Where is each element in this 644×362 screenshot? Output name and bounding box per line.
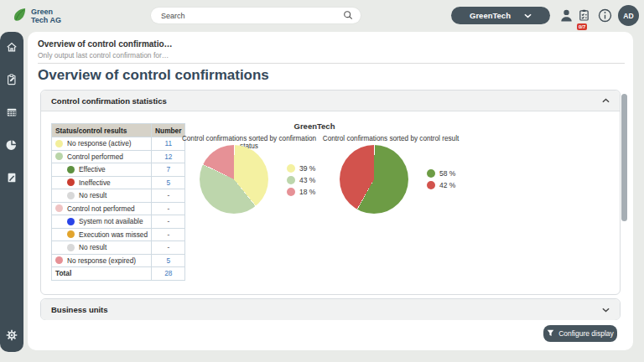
avatar[interactable]: AD [618, 5, 639, 26]
business-units-panel-header[interactable]: Business units [41, 299, 620, 320]
checklist-icon [6, 74, 18, 85]
home-icon [6, 41, 18, 53]
legend-item: 42 % [427, 181, 455, 189]
status-dot [55, 153, 63, 160]
legend-item: 58 % [427, 169, 455, 178]
status-dot [67, 218, 75, 225]
leaf-icon [11, 6, 29, 27]
number-link[interactable]: 5 [152, 176, 185, 189]
number-link[interactable]: 7 [152, 163, 185, 177]
status-dot [67, 244, 75, 251]
org-selector-button[interactable]: GreenTech [451, 7, 550, 24]
number-value: - [152, 215, 185, 229]
legend-item: 43 % [287, 176, 315, 184]
table-row: System not available- [52, 215, 185, 229]
statistics-panel-header[interactable]: Control confirmation statistics [41, 90, 620, 111]
chevron-down-icon [524, 13, 532, 18]
status-label: Control performed [67, 153, 123, 161]
legend-item: 39 % [287, 164, 315, 173]
table-row: Control not performed- [52, 202, 185, 215]
status-dot [55, 140, 63, 147]
sidebar-item-checklist[interactable] [0, 68, 23, 91]
number-link[interactable]: 5 [152, 254, 185, 267]
legend-label: 42 % [439, 181, 455, 189]
status-label: Execution was missed [79, 230, 148, 239]
configure-display-button[interactable]: Configure display [543, 325, 617, 342]
breadcrumb-subtitle: Only output last control confirmation fo… [38, 51, 169, 59]
user-icon[interactable] [558, 8, 574, 23]
filter-funnel-icon [547, 329, 554, 339]
table-total-row: Total 28 [52, 267, 185, 281]
legend-swatch [427, 181, 435, 189]
sidebar-item-table[interactable] [0, 101, 23, 124]
search-bar[interactable] [151, 8, 361, 23]
status-dot [55, 204, 63, 212]
status-label: No result [79, 243, 106, 251]
sidebar-item-settings[interactable] [0, 323, 23, 347]
sidebar-item-documents[interactable] [0, 166, 23, 189]
app-window: Green Tech AG GreenTech 0/7 [0, 0, 644, 362]
chevron-down-icon[interactable] [602, 308, 610, 313]
sidebar [0, 32, 23, 352]
number-value: - [152, 202, 185, 215]
status-dot [67, 178, 75, 186]
info-icon[interactable] [597, 8, 612, 23]
divider [38, 63, 625, 64]
pie-chart-control-result [340, 145, 408, 214]
sidebar-item-reports[interactable] [0, 133, 23, 157]
number-value: - [152, 189, 185, 203]
logo-text: Green Tech AG [31, 8, 61, 24]
org-selector-label: GreenTech [470, 11, 511, 20]
stats-table-body: No response (active)11Control performed1… [52, 137, 185, 267]
legend-item: 18 % [287, 188, 315, 196]
vertical-scrollbar-thumb[interactable] [621, 94, 627, 221]
business-units-panel: Business units [40, 298, 621, 320]
chevron-up-icon[interactable] [602, 98, 610, 103]
tasks-clipboard-icon[interactable] [576, 8, 591, 23]
table-row: Execution was missed- [52, 228, 185, 241]
status-label: No response (expired) [67, 256, 136, 265]
status-dot [55, 256, 63, 264]
table-row: No result- [52, 189, 185, 203]
legend-label: 43 % [299, 176, 315, 184]
chart-title-result: Control confirmations sorted by control … [317, 135, 465, 142]
table-row: No response (active)11 [52, 137, 185, 151]
legend-swatch [287, 176, 295, 184]
status-dot [67, 230, 75, 238]
search-input[interactable] [161, 12, 343, 20]
tasks-count-badge: 0/7 [577, 23, 587, 30]
legend-swatch [287, 164, 295, 173]
pie-chart-confirmation-status [200, 145, 268, 214]
status-label: No response (active) [67, 139, 132, 147]
legend-label: 39 % [299, 164, 315, 173]
status-label: Control not performed [67, 204, 135, 213]
breadcrumb-title[interactable]: Overview of control confirmatio… [38, 39, 173, 49]
column-header-status: Status/control results [52, 124, 152, 137]
total-label: Total [52, 267, 152, 281]
table-row: Control performed12 [52, 150, 185, 163]
status-label: Effective [79, 165, 106, 173]
table-row: No response (expired)5 [52, 254, 185, 267]
statistics-table: Status/control results Number No respons… [51, 123, 185, 281]
status-label: Ineffective [79, 178, 111, 187]
status-label: System not available [79, 217, 143, 225]
gear-icon [6, 329, 18, 341]
legend-control-result: 58 %42 % [427, 169, 455, 189]
legend-swatch [287, 188, 295, 196]
sidebar-item-home[interactable] [0, 35, 23, 59]
status-dot [67, 192, 75, 199]
total-value-link[interactable]: 28 [152, 267, 185, 281]
chart-group-title: GreenTech [243, 122, 386, 131]
document-edit-icon [6, 172, 18, 184]
page-title: Overview of control confirmations [38, 67, 269, 84]
statistics-panel-title: Control confirmation statistics [51, 96, 167, 106]
configure-display-label: Configure display [558, 329, 614, 338]
status-label: No result [79, 191, 106, 199]
search-icon[interactable] [343, 8, 353, 23]
app-logo: Green Tech AG [11, 6, 61, 27]
number-link[interactable]: 12 [152, 150, 185, 163]
table-row: Ineffective5 [52, 176, 185, 189]
legend-label: 18 % [299, 188, 315, 196]
number-value: - [152, 228, 185, 241]
table-header-row: Status/control results Number [52, 124, 185, 137]
